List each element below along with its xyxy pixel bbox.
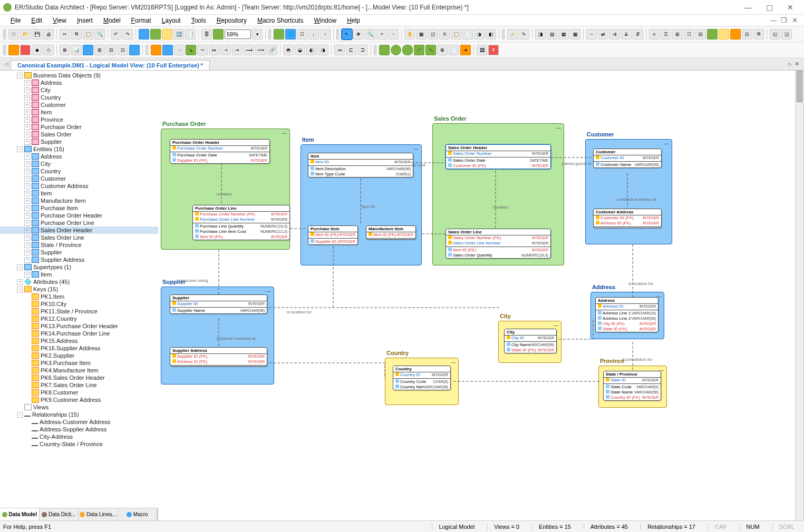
align-icon[interactable] [719, 29, 729, 40]
menu-repository[interactable]: Repository [211, 16, 252, 25]
repo-icon[interactable] [274, 29, 284, 40]
shape-line-icon[interactable]: ＼ [425, 45, 436, 55]
tree-node[interactable]: + Sales Order Header [0, 226, 158, 234]
rel-icon[interactable]: ↦ [209, 45, 219, 55]
tool-icon[interactable]: ⫘ [334, 45, 345, 55]
zoom-in-icon[interactable]: ＋ [376, 29, 387, 40]
expander-icon[interactable]: + [24, 198, 30, 204]
tree-node[interactable]: + Purchase Order Header [0, 212, 158, 219]
align-icon[interactable] [730, 29, 741, 40]
tree-node[interactable]: PK14.Purchase Order Line [0, 330, 158, 337]
edit-icon[interactable]: ✎ [519, 29, 529, 40]
zoom-fit-icon[interactable]: 🔍 [365, 29, 375, 40]
rel-icon[interactable]: ⟶ [244, 45, 254, 55]
toolbar-grip[interactable] [3, 45, 6, 55]
tree-node[interactable]: + Supplier [0, 249, 158, 256]
menu-edit[interactable]: Edit [26, 16, 47, 25]
entity-soh[interactable]: Sales Order HeaderSales Order NumberINTE… [445, 144, 551, 169]
entity-poh[interactable]: Purchase Order HeaderPurchase Order Numb… [170, 139, 270, 164]
macro-icon[interactable]: ⊟ [106, 45, 117, 55]
tree-node[interactable]: PK4.Manufacture Item [0, 367, 158, 374]
tool-icon[interactable]: ⊐ [357, 45, 368, 55]
tool-icon[interactable]: 📑 [185, 29, 196, 40]
tree-node[interactable]: + Attributes (45) [0, 278, 158, 285]
title-icon[interactable]: 🗎 [437, 45, 448, 55]
tree-node[interactable]: + Manufacture Item [0, 197, 158, 204]
tree-node[interactable]: + City [0, 86, 158, 94]
repo-put-icon[interactable]: ↑ [320, 29, 331, 40]
collapse-icon[interactable]: — [266, 289, 271, 294]
tree-node[interactable]: PK12.Country [0, 315, 158, 322]
tool-icon[interactable]: 🔤 [173, 29, 184, 40]
tree-node[interactable]: + Purchase Order [0, 123, 158, 131]
entity-cust[interactable]: CustomerCustomer IDINTEGERCustomer NameV… [593, 149, 662, 168]
expander-icon[interactable]: + [24, 124, 30, 130]
tree-node[interactable]: PK10.City [0, 300, 158, 308]
tree-node[interactable]: + Address [0, 153, 158, 160]
tool-icon[interactable]: ◧ [486, 29, 496, 40]
vertical-scrollbar[interactable] [795, 71, 803, 520]
expander-icon[interactable]: + [24, 205, 30, 211]
shape-ellipse-icon[interactable] [391, 45, 401, 55]
expander-icon[interactable]: + [24, 213, 30, 219]
layout-icon[interactable]: ⧉ [753, 29, 764, 40]
tree-node[interactable]: Views [0, 403, 158, 411]
menu-tools[interactable]: Tools [186, 16, 211, 25]
tree-node[interactable]: PK16.Supplier Address [0, 344, 158, 352]
tree-node[interactable]: + Item [0, 109, 158, 116]
macro-icon[interactable] [8, 45, 19, 55]
expander-icon[interactable]: + [24, 117, 30, 123]
tree-node[interactable]: − Supertypes (1) [0, 263, 158, 271]
layers-icon[interactable]: ◱ [770, 29, 780, 40]
entity-pi[interactable]: Purchase ItemItem ID (FK)INTEGERSupplier… [308, 225, 358, 245]
macro-icon[interactable]: ⊡ [118, 45, 128, 55]
tool-icon[interactable]: 📄 [462, 29, 473, 40]
hand-icon[interactable]: ✋ [404, 29, 415, 40]
expander-icon[interactable]: + [24, 154, 30, 160]
window-icon[interactable]: ◨ [535, 29, 546, 40]
tool-icon[interactable]: ⎘ [439, 29, 450, 40]
layout-icon[interactable]: ↔ [586, 29, 597, 40]
expander-icon[interactable]: − [17, 287, 23, 292]
rel-icon[interactable]: → [174, 45, 185, 55]
new-icon[interactable]: □ [8, 29, 19, 40]
expander-icon[interactable]: + [24, 176, 30, 182]
arrow-icon[interactable]: ➜ [460, 45, 471, 55]
menu-format[interactable]: Format [126, 16, 157, 25]
minimize-button[interactable]: — [738, 3, 759, 12]
shape-line-icon[interactable]: ／ [414, 45, 424, 55]
db-icon[interactable]: 🗄 [201, 29, 212, 40]
layout-icon[interactable]: ⊡ [742, 29, 752, 40]
toolbar-grip[interactable] [374, 45, 377, 55]
expander-icon[interactable]: + [24, 161, 30, 167]
text-icon[interactable]: T [488, 45, 499, 55]
expander-icon[interactable]: + [24, 272, 30, 278]
macro-icon[interactable] [83, 45, 93, 55]
align-icon[interactable]: ☰ [661, 29, 671, 40]
entity-supp[interactable]: SupplierSupplier IDINTEGERSupplier NameV… [170, 294, 267, 314]
rel-icon[interactable]: ⇢ [220, 45, 231, 55]
expander-icon[interactable]: + [24, 191, 30, 196]
rel-icon[interactable]: ⟿ [255, 45, 266, 55]
expander-icon[interactable]: + [24, 242, 30, 248]
expander-icon[interactable]: + [24, 139, 30, 145]
tree-node[interactable]: − Business Data Objects (9) [0, 72, 158, 79]
entity-country[interactable]: CountryCountry IDINTEGERCountry CodeCHAR… [393, 366, 451, 390]
view-icon[interactable] [162, 45, 173, 55]
print-icon[interactable]: 🖨 [43, 29, 54, 40]
toolbar-grip[interactable] [268, 29, 272, 40]
tab-nav-left[interactable]: ◁ [2, 61, 11, 67]
tree-node[interactable]: PK8.Customer [0, 389, 158, 396]
macro-icon[interactable]: ◇ [43, 45, 54, 55]
expander-icon[interactable]: + [24, 87, 30, 93]
toolbar-grip[interactable] [502, 29, 505, 40]
tree-node[interactable]: Address-Supplier Address [0, 426, 158, 433]
align-icon[interactable]: ⊟ [695, 29, 706, 40]
toolbar-grip[interactable] [336, 29, 340, 40]
diagram-canvas[interactable]: Purchase Order — Item — Sales Order — Cu… [158, 71, 804, 520]
macro-icon[interactable]: 🗎 [60, 45, 70, 55]
find-icon[interactable]: 🔍 [94, 29, 105, 40]
shape-rect-icon[interactable] [379, 45, 390, 55]
layers-icon[interactable]: ◲ [781, 29, 792, 40]
tree-node[interactable]: + Customer [0, 175, 158, 182]
